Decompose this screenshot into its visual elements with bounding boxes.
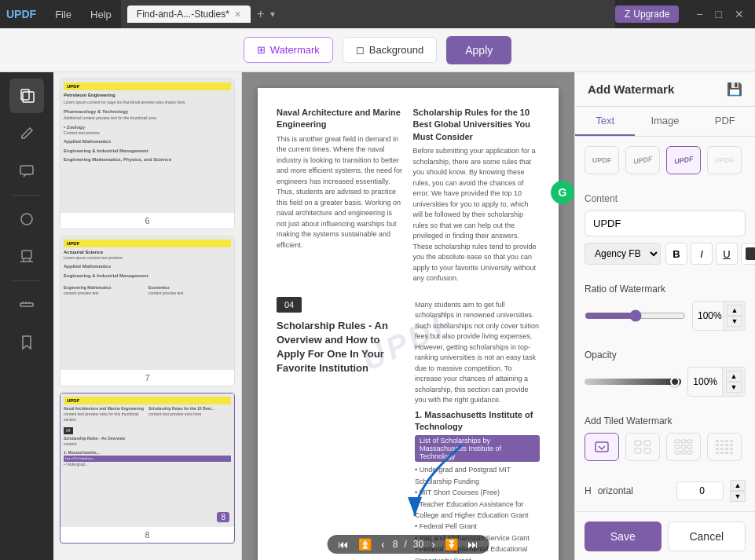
svg-rect-20: [687, 451, 692, 454]
font-family-select[interactable]: Agency FB: [585, 243, 661, 265]
tiled-dense-icon: [715, 439, 734, 455]
svg-rect-31: [725, 448, 728, 450]
bullet-4: Federal Pell Grant: [415, 521, 540, 532]
tiled-single[interactable]: [585, 433, 619, 461]
tiled-medium[interactable]: [666, 433, 701, 461]
panel-save-icon[interactable]: 💾: [727, 82, 742, 97]
main-area: UPDF Petroleum Engineering Lorem ipsum c…: [0, 72, 755, 560]
nav-prev-big-button[interactable]: ⏫: [357, 538, 373, 551]
main-heading: Scholarship Rules - An Overview and How …: [277, 319, 402, 376]
nav-prev-button[interactable]: ‹: [379, 538, 387, 551]
bold-button[interactable]: B: [665, 243, 687, 265]
tab-close-icon[interactable]: ✕: [234, 9, 241, 20]
thumb-img-7: UPDF Actuarial Science Lorem ipsum conte…: [60, 236, 234, 370]
nav-first-button[interactable]: ⏮: [336, 538, 350, 551]
nav-next-button[interactable]: ›: [430, 538, 437, 551]
ratio-slider[interactable]: [585, 309, 686, 322]
opacity-spinner[interactable]: ▲ ▼: [722, 368, 745, 396]
minimize-button[interactable]: −: [691, 6, 707, 22]
svg-rect-1: [23, 92, 34, 102]
ratio-up-button[interactable]: ▲: [727, 305, 742, 316]
horizontal-input[interactable]: [676, 481, 724, 500]
sidebar-edit-icon[interactable]: [9, 116, 44, 151]
tiled-section: Add Tiled Watermark: [575, 406, 755, 470]
sidebar-stamps-icon[interactable]: [9, 240, 44, 274]
sidebar-bookmark-icon[interactable]: [9, 325, 44, 360]
tab-dropdown-icon[interactable]: ▾: [270, 9, 275, 20]
sidebar-shapes-icon[interactable]: [9, 202, 44, 236]
right-col-section: Many students aim to get full scholarshi…: [415, 297, 540, 560]
tab-pdf[interactable]: PDF: [695, 107, 755, 136]
sidebar-measure-icon[interactable]: [9, 287, 44, 322]
ratio-section: Ratio of Watermark 100% ▲ ▼: [575, 274, 755, 340]
svg-rect-15: [675, 445, 680, 448]
horizontal-down-button[interactable]: ▼: [730, 491, 746, 502]
svg-rect-8: [635, 441, 641, 445]
svg-rect-17: [687, 445, 692, 448]
svg-rect-23: [725, 440, 728, 442]
close-button[interactable]: ✕: [730, 6, 749, 22]
svg-rect-30: [720, 448, 724, 450]
menu-file[interactable]: File: [46, 5, 81, 24]
tab-image[interactable]: Image: [635, 107, 695, 136]
thumb-img-6: UPDF Petroleum Engineering Lorem ipsum c…: [60, 79, 234, 213]
style-option-2[interactable]: UPDF: [625, 146, 660, 174]
underline-button[interactable]: U: [716, 243, 738, 265]
menu-help[interactable]: Help: [81, 5, 121, 24]
thumbnail-page-7[interactable]: UPDF Actuarial Science Lorem ipsum conte…: [60, 236, 235, 386]
thumbnail-page-8[interactable]: UPDF Naval Architecture and Marine Engin…: [60, 393, 235, 544]
svg-rect-14: [687, 440, 692, 443]
svg-rect-27: [725, 444, 728, 446]
maximize-button[interactable]: □: [711, 6, 727, 22]
horizontal-row: H orizontal ▲ ▼: [585, 480, 746, 502]
tiled-medium-icon: [674, 439, 693, 455]
doc-header-cols: Naval Architecture and Marine Engineerin…: [277, 107, 540, 284]
tiled-sparse[interactable]: [625, 433, 660, 461]
svg-rect-16: [681, 445, 686, 448]
tiled-dense[interactable]: [707, 433, 742, 461]
nav-last-button[interactable]: ⏭: [466, 538, 480, 551]
cancel-button[interactable]: Cancel: [668, 522, 746, 551]
save-button[interactable]: Save: [585, 522, 662, 551]
panel-title: Add Watermark: [588, 82, 674, 96]
section-row: 04 Scholarship Rules - An Overview and H…: [277, 297, 540, 560]
sidebar-comment-icon[interactable]: [9, 154, 44, 188]
thumb-page-num-6: 6: [60, 213, 234, 229]
content-input[interactable]: [585, 210, 746, 236]
page-current: 8: [393, 539, 398, 550]
ratio-down-button[interactable]: ▼: [727, 316, 742, 327]
font-row: Agency FB B I U: [585, 243, 746, 265]
tab-text[interactable]: Text: [575, 107, 635, 136]
background-button[interactable]: ◻ Background: [343, 37, 437, 63]
watermark-button[interactable]: ⊞ Watermark: [244, 37, 333, 63]
style-option-1[interactable]: UPDF: [585, 146, 619, 174]
subheading: 1. Massachusetts Institute of Technology: [415, 409, 540, 434]
col-left-body: This is another great field in demand in…: [277, 134, 404, 251]
upgrade-button[interactable]: Z Upgrade: [615, 5, 679, 23]
thumbnail-page-6[interactable]: UPDF Petroleum Engineering Lorem ipsum c…: [60, 79, 235, 229]
right-panel: Add Watermark 💾 Text Image PDF UPDF UPDF…: [574, 72, 755, 560]
ratio-value-text: 100%: [693, 307, 723, 324]
tab-add-icon[interactable]: +: [257, 7, 264, 21]
opacity-up-button[interactable]: ▲: [726, 371, 742, 382]
page-total: 30: [413, 539, 423, 550]
color-picker-button[interactable]: [741, 243, 755, 265]
horizontal-up-button[interactable]: ▲: [730, 480, 746, 491]
nav-next-big-button[interactable]: ⏬: [443, 538, 460, 551]
italic-button[interactable]: I: [691, 243, 713, 265]
sidebar-pages-icon[interactable]: [9, 79, 44, 113]
opacity-down-button[interactable]: ▼: [726, 382, 742, 393]
grammarly-icon[interactable]: G: [551, 181, 574, 204]
style-option-4[interactable]: UPDF: [707, 146, 742, 174]
svg-rect-32: [730, 448, 733, 450]
page-navigation: ⏮ ⏫ ‹ 8 / 30 › ⏬ ⏭: [327, 535, 489, 554]
app-logo: UPDF: [6, 8, 36, 20]
svg-rect-29: [716, 448, 719, 450]
style-option-3[interactable]: UPDF: [666, 146, 701, 174]
panel-tabs: Text Image PDF: [575, 107, 755, 137]
ratio-spinner[interactable]: ▲ ▼: [723, 302, 746, 330]
apply-button[interactable]: Apply: [446, 36, 511, 64]
bullet-2: MIT Short Courses (Free): [415, 487, 540, 498]
tab-active[interactable]: Find-and-A...-Studies* ✕: [127, 5, 251, 23]
bullet-3: Teacher Education Assistance for College…: [415, 499, 540, 522]
